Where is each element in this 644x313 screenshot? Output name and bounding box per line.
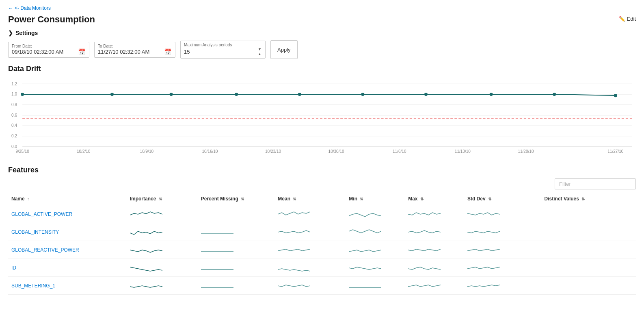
cell-min <box>346 241 405 259</box>
features-table: Name ↑ Importance ⇅ Percent Missing ⇅ Me… <box>8 193 636 295</box>
col-header-name[interactable]: Name ↑ <box>8 193 127 205</box>
svg-point-20 <box>361 93 364 96</box>
cell-max <box>405 223 464 241</box>
chevron-right-icon: ❯ <box>8 30 13 36</box>
col-header-min[interactable]: Min ⇅ <box>346 193 405 205</box>
svg-text:11/13/10: 11/13/10 <box>455 149 471 153</box>
sort-min-icon: ⇅ <box>360 197 363 201</box>
cell-name: ID <box>8 259 127 277</box>
analysis-spinners[interactable]: ▼ ▲ <box>257 47 262 57</box>
svg-point-22 <box>490 93 493 96</box>
cell-mean <box>274 241 346 259</box>
cell-mean <box>274 277 346 295</box>
drift-chart-svg: 1.2 1.0 0.8 0.6 0.4 0.2 0.0 <box>8 80 636 153</box>
cell-max <box>405 259 464 277</box>
sort-mean-icon: ⇅ <box>293 197 296 201</box>
cell-percent-missing <box>198 205 275 223</box>
to-date-input[interactable]: To Date: 11/27/10 02:32:00 AM 📅 <box>94 42 175 58</box>
analysis-periods-select[interactable]: Maximum Analysis periods 15 ▼ ▲ <box>180 41 266 59</box>
svg-text:10/9/10: 10/9/10 <box>140 149 154 153</box>
edit-icon: ✏️ <box>619 16 625 22</box>
sort-importance-icon: ⇅ <box>159 197 162 201</box>
cell-std-dev <box>464 259 541 277</box>
table-header-row: Name ↑ Importance ⇅ Percent Missing ⇅ Me… <box>8 193 636 205</box>
svg-point-24 <box>614 94 617 97</box>
feature-name-link[interactable]: GLOBAL_INTENSITY <box>11 229 59 235</box>
svg-point-15 <box>21 93 24 96</box>
cell-std-dev <box>464 277 541 295</box>
cell-min <box>346 259 405 277</box>
cell-min <box>346 277 405 295</box>
calendar-to-icon[interactable]: 📅 <box>164 48 172 56</box>
sort-max-icon: ⇅ <box>420 197 424 201</box>
cell-importance <box>127 277 198 295</box>
cell-std-dev <box>464 223 541 241</box>
cell-mean <box>274 205 346 223</box>
cell-name: SUB_METERING_1 <box>8 277 127 295</box>
settings-section: ❯ Settings From Date: 09/18/10 02:32:00 … <box>8 30 636 59</box>
back-link[interactable]: ← <- Data Monitors <box>8 5 51 11</box>
table-row: SUB_METERING_1 <box>8 277 636 295</box>
analysis-up-arrow[interactable]: ▲ <box>257 52 262 57</box>
cell-max <box>405 241 464 259</box>
feature-name-link[interactable]: ID <box>11 265 16 271</box>
sort-std-icon: ⇅ <box>488 197 491 201</box>
svg-text:9/25/10: 9/25/10 <box>15 149 29 153</box>
filter-input[interactable] <box>555 178 636 189</box>
feature-name-link[interactable]: SUB_METERING_1 <box>11 283 55 289</box>
col-header-max[interactable]: Max ⇅ <box>405 193 464 205</box>
cell-max <box>405 277 464 295</box>
svg-text:0.6: 0.6 <box>11 113 17 117</box>
cell-distinct <box>541 241 636 259</box>
svg-text:10/30/10: 10/30/10 <box>328 149 344 153</box>
cell-max <box>405 205 464 223</box>
cell-percent-missing <box>198 277 275 295</box>
col-header-std[interactable]: Std Dev ⇅ <box>464 193 541 205</box>
apply-button[interactable]: Apply <box>270 40 298 59</box>
settings-row: From Date: 09/18/10 02:32:00 AM 📅 To Dat… <box>8 40 636 59</box>
sort-distinct-icon: ⇅ <box>581 197 585 201</box>
svg-text:11/27/10: 11/27/10 <box>607 149 623 153</box>
svg-text:0.8: 0.8 <box>11 102 17 107</box>
cell-std-dev <box>464 241 541 259</box>
features-section: Features Name ↑ Importance ⇅ Percent Mis… <box>8 166 636 295</box>
feature-name-link[interactable]: GLOBAL_REACTIVE_POWER <box>11 247 79 253</box>
filter-row <box>8 178 636 189</box>
from-date-input[interactable]: From Date: 09/18/10 02:32:00 AM 📅 <box>8 42 89 58</box>
svg-text:0.2: 0.2 <box>11 134 17 138</box>
edit-button[interactable]: ✏️ Edit <box>619 16 636 22</box>
svg-point-17 <box>170 93 173 96</box>
col-header-percent[interactable]: Percent Missing ⇅ <box>198 193 275 205</box>
cell-mean <box>274 223 346 241</box>
svg-point-21 <box>424 93 428 96</box>
settings-header[interactable]: ❯ Settings <box>8 30 636 36</box>
cell-percent-missing <box>198 241 275 259</box>
cell-std-dev <box>464 205 541 223</box>
cell-percent-missing <box>198 223 275 241</box>
analysis-down-arrow[interactable]: ▼ <box>257 47 262 52</box>
cell-name: GLOBAL_INTENSITY <box>8 223 127 241</box>
col-header-mean[interactable]: Mean ⇅ <box>274 193 346 205</box>
cell-name: GLOBAL_ACTIVE_POWER <box>8 205 127 223</box>
svg-text:0.0: 0.0 <box>11 144 17 149</box>
cell-importance <box>127 223 198 241</box>
page-title: Power Consumption <box>8 14 95 25</box>
feature-name-link[interactable]: GLOBAL_ACTIVE_POWER <box>11 211 72 217</box>
col-header-importance[interactable]: Importance ⇅ <box>127 193 198 205</box>
data-drift-chart: 1.2 1.0 0.8 0.6 0.4 0.2 0.0 <box>8 76 636 158</box>
svg-text:0.4: 0.4 <box>11 123 17 128</box>
svg-text:11/20/10: 11/20/10 <box>518 149 534 153</box>
cell-mean <box>274 259 346 277</box>
sort-percent-icon: ⇅ <box>241 197 244 201</box>
back-arrow-icon: ← <box>8 5 13 11</box>
svg-text:10/16/10: 10/16/10 <box>202 149 218 153</box>
svg-text:10/23/10: 10/23/10 <box>265 149 281 153</box>
col-header-distinct[interactable]: Distinct Values ⇅ <box>541 193 636 205</box>
cell-importance <box>127 205 198 223</box>
cell-importance <box>127 241 198 259</box>
svg-text:11/6/10: 11/6/10 <box>393 149 406 153</box>
svg-point-19 <box>298 93 301 96</box>
table-row: ID <box>8 259 636 277</box>
calendar-from-icon[interactable]: 📅 <box>78 48 86 56</box>
cell-distinct <box>541 223 636 241</box>
